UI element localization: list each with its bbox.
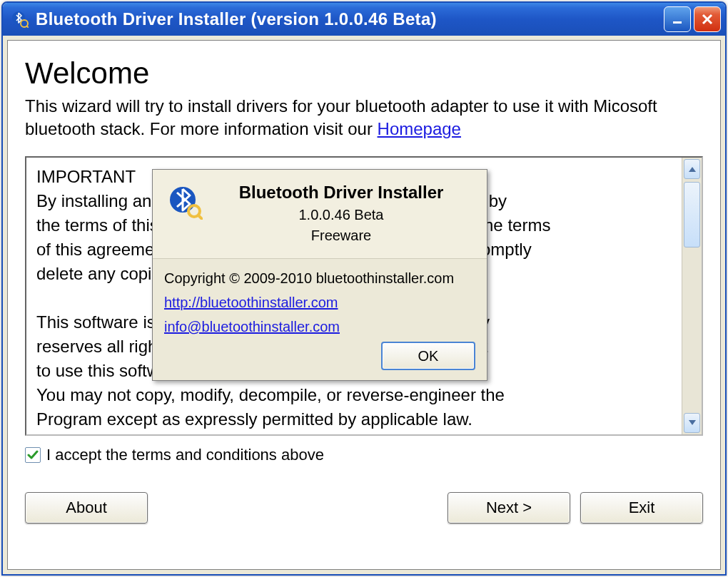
scroll-track[interactable] [684,180,700,412]
about-title: Bluetooth Driver Installer [207,183,475,203]
intro-pre: This wizard will try to install drivers … [25,96,657,138]
scrollbar [682,158,702,434]
about-email-link[interactable]: info@bluetoothinstaller.com [164,315,475,339]
accept-row: I accept the terms and conditions above [25,446,703,464]
svg-point-7 [188,205,200,217]
accept-checkbox[interactable] [25,447,41,463]
intro-text: This wizard will try to install drivers … [25,95,703,141]
bluetooth-icon [164,183,207,248]
about-center: Bluetooth Driver Installer 1.0.0.46 Beta… [207,183,475,248]
svg-line-2 [26,26,29,28]
scroll-down-button[interactable] [684,413,700,433]
svg-rect-3 [673,21,682,24]
accept-label: I accept the terms and conditions above [46,446,324,464]
page-title: Welcome [25,56,703,91]
exit-button[interactable]: Exit [580,492,703,524]
app-icon [10,9,30,29]
main-window: Bluetooth Driver Installer (version 1.0.… [1,1,727,576]
close-button[interactable] [694,6,721,32]
about-license-type: Freeware [207,228,475,244]
titlebar: Bluetooth Driver Installer (version 1.0.… [3,3,725,36]
scroll-thumb[interactable] [684,182,700,247]
about-copyright: Copyright © 2009-2010 bluetoothinstaller… [164,266,475,290]
window-title: Bluetooth Driver Installer (version 1.0.… [36,9,664,29]
client-area: Welcome This wizard will try to install … [7,40,721,570]
about-version: 1.0.0.46 Beta [207,207,475,223]
next-button[interactable]: Next > [448,492,570,524]
about-header: Bluetooth Driver Installer 1.0.0.46 Beta… [153,170,487,259]
about-ok-button[interactable]: OK [381,342,475,370]
button-row: About Next > Exit [25,492,703,524]
about-dialog: Bluetooth Driver Installer 1.0.0.46 Beta… [152,169,487,381]
scroll-up-button[interactable] [684,159,700,179]
svg-line-8 [198,215,203,220]
separator [25,481,703,482]
about-button[interactable]: About [25,492,148,524]
homepage-link[interactable]: Homepage [378,119,461,138]
minimize-button[interactable] [664,6,691,32]
about-url-link[interactable]: http://bluetoothinstaller.com [164,290,475,315]
about-body: Copyright © 2009-2010 bluetoothinstaller… [153,259,487,380]
